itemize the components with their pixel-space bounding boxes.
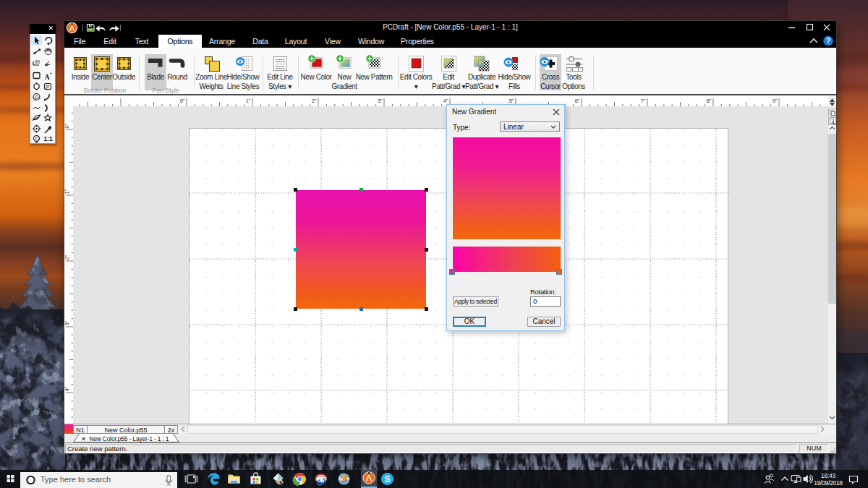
svg-text:9": 9" (773, 98, 778, 104)
svg-text:90: 90 (35, 59, 41, 64)
svg-text:C: C (35, 136, 39, 141)
svg-text:S: S (384, 474, 390, 484)
svg-text:6": 6" (575, 98, 580, 104)
svg-text:8": 8" (707, 98, 712, 104)
svg-text:3": 3" (64, 320, 70, 325)
svg-text:2": 2" (312, 98, 317, 104)
svg-text:7": 7" (641, 98, 646, 104)
svg-text:0": 0" (64, 123, 70, 128)
svg-text:4": 4" (64, 386, 70, 391)
svg-text:2": 2" (64, 254, 70, 260)
svg-text:0": 0" (180, 98, 185, 104)
svg-text:5": 5" (509, 98, 514, 104)
svg-text:A: A (45, 73, 51, 81)
svg-text:4": 4" (443, 98, 448, 104)
svg-text:1:1: 1:1 (44, 135, 54, 142)
svg-text:1": 1" (64, 189, 70, 194)
svg-text:P: P (46, 85, 50, 90)
svg-text:1": 1" (246, 98, 251, 104)
svg-text:D: D (35, 95, 39, 100)
svg-text:3": 3" (378, 98, 383, 104)
svg-text:?: ? (826, 37, 830, 45)
